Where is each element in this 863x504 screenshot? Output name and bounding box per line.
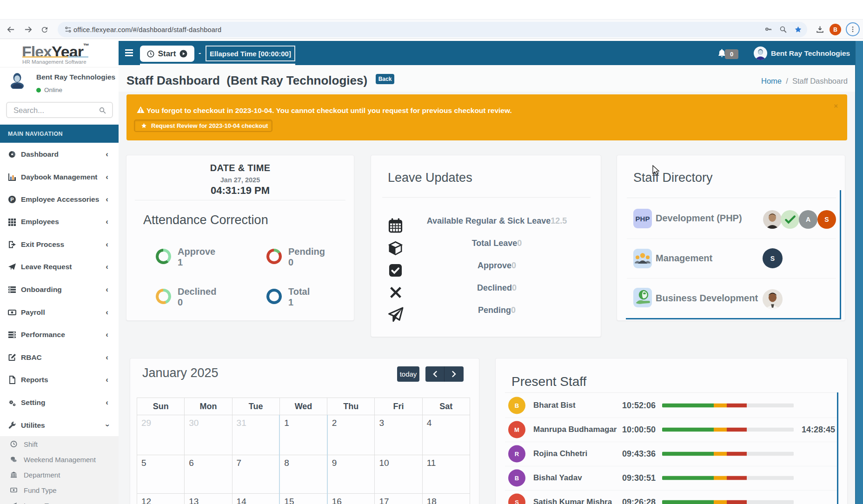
svg-text:P: P xyxy=(10,197,13,202)
